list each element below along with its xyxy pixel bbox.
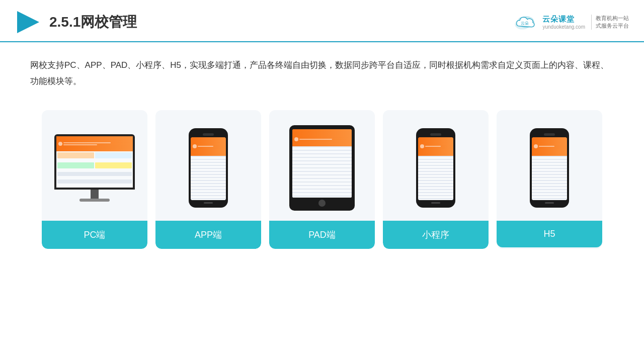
logo-name: 云朵课堂 [542,15,575,24]
pad-device [289,125,355,211]
phone-home-h5 [545,202,554,204]
phone-home-mini [431,202,440,204]
card-pc-label: PC端 [42,221,147,249]
svg-text:云朵: 云朵 [521,21,529,26]
phone-screen-mini [418,137,453,200]
card-miniprogram-label: 小程序 [383,221,489,249]
header-left: 2.5.1网校管理 [15,9,137,35]
play-icon [15,9,41,35]
pc-image-area [42,110,147,221]
miniprogram-device [416,128,455,208]
svg-marker-0 [17,11,39,33]
logo-area: 云朵 云朵课堂 yunduoketang.com 教育机构一站 式服务云平台 [513,13,629,32]
pc-neck [91,190,99,199]
page-title: 2.5.1网校管理 [49,13,137,32]
pad-image-area [269,110,375,221]
card-h5-label: H5 [497,221,602,247]
header: 2.5.1网校管理 云朵 云朵课堂 yunduoketang.com 教育机构一… [0,0,644,42]
app-image-area [155,110,261,221]
logo-text-area: 云朵课堂 yunduoketang.com [542,15,585,30]
logo-domain: yunduoketang.com [542,24,585,30]
app-device [189,128,228,208]
phone-home-app [204,202,213,204]
pc-screen-border [54,134,135,190]
card-pc: PC端 [42,110,147,249]
card-app: APP端 [155,110,261,249]
phone-body-h5 [530,128,569,208]
h5-device [530,128,569,208]
pc-screen [56,136,133,188]
pc-device [54,134,135,202]
phone-screen-app [191,137,226,200]
miniprogram-image-area [383,110,489,221]
phone-body-mini [416,128,455,208]
card-app-label: APP端 [155,221,261,249]
tablet-home-btn [318,200,326,207]
phone-notch-mini [430,133,441,136]
pc-base [79,199,110,202]
phone-body-app [189,128,228,208]
card-pad: PAD端 [269,110,375,249]
card-pad-label: PAD端 [269,221,375,249]
phone-notch-h5 [544,133,555,136]
description: 网校支持PC、APP、PAD、小程序、H5，实现多端打通，产品各终端自由切换，数… [0,42,644,95]
phone-notch-app [203,133,214,136]
tablet-body [289,125,355,211]
card-miniprogram: 小程序 [383,110,489,249]
description-text: 网校支持PC、APP、PAD、小程序、H5，实现多端打通，产品各终端自由切换，数… [30,57,614,90]
logo-cloud-icon: 云朵 [513,13,538,32]
cards-container: PC端 [0,95,644,264]
tablet-screen [292,129,352,198]
phone-screen-h5 [532,137,567,200]
logo-slogan: 教育机构一站 式服务云平台 [591,15,629,30]
card-h5: H5 [497,110,602,249]
h5-image-area [497,110,602,221]
